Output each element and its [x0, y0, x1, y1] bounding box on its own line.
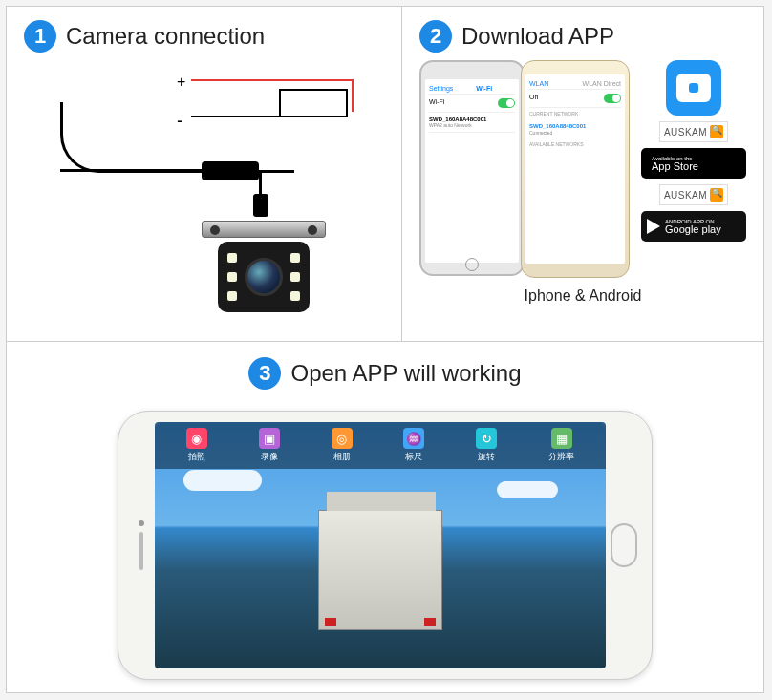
cloud-icon: [497, 481, 558, 498]
toolbar-gallery: ◎相册: [332, 428, 353, 463]
step2-title: Download APP: [461, 23, 614, 50]
step2-badge: 2: [419, 20, 452, 53]
back-link: Settings: [429, 85, 453, 92]
step3-badge: 3: [248, 357, 281, 390]
camera-lens-icon: [245, 258, 283, 296]
step3-header: 3 Open APP will working: [248, 357, 521, 390]
step1-badge: 1: [24, 20, 56, 53]
wiring-diagram: + -: [24, 60, 384, 328]
appstore-big: App Store: [652, 161, 698, 172]
app-icon: [666, 60, 721, 116]
auskam-text: AUSKAM: [664, 127, 707, 138]
toolbar-resolution: ▦分辨率: [548, 428, 574, 463]
taillight-icon: [325, 618, 336, 626]
home-button-icon: [611, 523, 637, 567]
iphone-mockup: SettingsWi-Fi Wi-Fi SWD_160A8A48C001WPA2…: [419, 60, 525, 276]
taillight-icon: [424, 618, 436, 626]
tb-label: 分辨率: [548, 451, 574, 463]
app-store-badge: Available on theApp Store: [641, 148, 746, 179]
sensor-icon: [139, 520, 144, 526]
tb-label: 录像: [261, 451, 278, 463]
tb-label: 标尺: [405, 451, 422, 463]
camera-bracket: [202, 221, 326, 238]
cable-horizontal: [60, 169, 204, 172]
section-available: AVAILABLE NETWORKS: [529, 138, 621, 150]
instruction-card: 1 Camera connection + -: [6, 6, 764, 693]
toolbar-photo: ◉拍照: [186, 428, 207, 463]
panel-download-app: 2 Download APP SettingsWi-Fi Wi-Fi SWD_1…: [402, 7, 763, 341]
rotate-icon: ↻: [476, 428, 497, 449]
wifi-transmitter: [202, 161, 259, 180]
wifi-label: Wi-Fi: [429, 98, 444, 108]
phones-caption: Iphone & Android: [419, 287, 746, 305]
auskam-badge-2: AUSKAM: [659, 184, 728, 205]
home-button-icon: [465, 258, 479, 271]
google-play-badge: ANDROID APP ONGoogle play: [641, 211, 746, 242]
android-screen: WLANWLAN Direct On CURRENT NETWORK SWD_1…: [525, 74, 625, 264]
wlan-network: SWD_160A8848C001: [529, 123, 586, 129]
truck-lights: [319, 618, 441, 626]
tb-label: 旋转: [478, 451, 495, 463]
toolbar-video: ▣录像: [259, 428, 280, 463]
section-current: CURRENT NETWORK: [529, 108, 621, 119]
app-toolbar: ◉拍照 ▣录像 ◎相册 ♒标尺 ↻旋转 ▦分辨率: [155, 422, 606, 469]
toolbar-ruler: ♒标尺: [403, 428, 424, 463]
led-icon: [290, 291, 300, 301]
wifi-toggle-icon: [498, 98, 515, 108]
camera-app-icon: [676, 74, 711, 102]
tb-label: 相册: [333, 451, 351, 463]
gplay-big: Google play: [665, 224, 721, 235]
play-icon: [647, 219, 660, 234]
phones-group: SettingsWi-Fi Wi-Fi SWD_160A8A48C001WPA2…: [419, 60, 630, 278]
cable-connector: [253, 194, 268, 217]
toolbar-rotate: ↻旋转: [476, 428, 497, 463]
wifi-title: Wi-Fi: [476, 85, 492, 92]
auskam-badge: AUSKAM: [659, 121, 728, 142]
wlan-toggle-icon: [604, 94, 621, 103]
plus-label: +: [177, 74, 185, 91]
video-icon: ▣: [259, 428, 280, 449]
step2-content: SettingsWi-Fi Wi-Fi SWD_160A8A48C001WPA2…: [419, 60, 746, 278]
speaker-icon: [139, 532, 143, 570]
gallery-icon: ◎: [332, 428, 353, 449]
step2-header: 2 Download APP: [419, 20, 746, 53]
camera-body: [218, 242, 310, 312]
search-icon: [710, 188, 723, 202]
wlan-tab: WLAN Direct: [583, 80, 621, 87]
app-badges: AUSKAM Available on theApp Store AUSKAM …: [641, 60, 746, 278]
on-label: On: [529, 94, 538, 103]
search-icon: [710, 125, 723, 138]
main-cable: [60, 102, 294, 173]
step1-header: 1 Camera connection: [24, 20, 384, 53]
ruler-icon: ♒: [403, 428, 424, 449]
app-screen: ◉拍照 ▣录像 ◎相册 ♒标尺 ↻旋转 ▦分辨率: [155, 422, 606, 668]
phone-speaker: [128, 520, 155, 570]
camera-icon: ◉: [186, 428, 207, 449]
led-icon: [227, 253, 237, 263]
wlan-sub: Connected: [529, 130, 552, 136]
wifi-sub: WPA2 auto Network: [429, 122, 472, 128]
step3-title: Open APP will working: [290, 360, 521, 387]
truck-graphic: [318, 510, 442, 630]
cloud-icon: [183, 470, 262, 491]
positive-wire: [191, 79, 354, 81]
tb-label: 拍照: [188, 451, 205, 463]
panel-camera-connection: 1 Camera connection + -: [7, 7, 402, 341]
led-icon: [290, 253, 300, 263]
led-icon: [227, 291, 237, 301]
resolution-icon: ▦: [551, 428, 572, 449]
step1-title: Camera connection: [66, 23, 265, 50]
wlan-title: WLAN: [529, 80, 548, 87]
camera-unit: [202, 221, 326, 316]
android-mockup: WLANWLAN Direct On CURRENT NETWORK SWD_1…: [521, 60, 630, 278]
led-icon: [290, 272, 300, 282]
home-area: [606, 523, 642, 567]
top-row: 1 Camera connection + -: [7, 7, 763, 342]
led-icon: [227, 272, 237, 282]
panel-open-app: 3 Open APP will working ◉拍照 ▣录像 ◎相册 ♒标尺 …: [7, 342, 763, 693]
phone-landscape: ◉拍照 ▣录像 ◎相册 ♒标尺 ↻旋转 ▦分辨率: [118, 411, 653, 680]
auskam-text-2: AUSKAM: [664, 190, 707, 201]
iphone-screen: SettingsWi-Fi Wi-Fi SWD_160A8A48C001WPA2…: [425, 79, 519, 263]
